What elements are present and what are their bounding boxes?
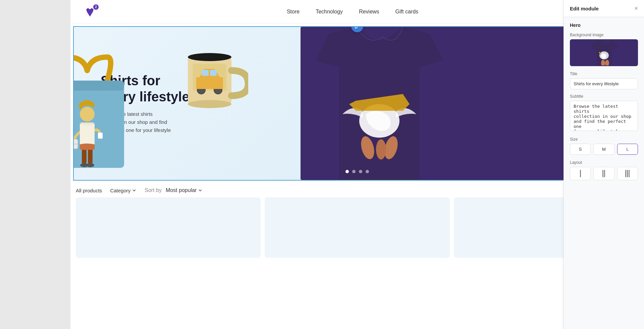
layout-field-label: Layout xyxy=(570,160,638,165)
nav-technology[interactable]: Technology xyxy=(316,9,343,15)
svg-point-8 xyxy=(188,100,231,108)
svg-point-22 xyxy=(86,163,94,167)
subtitle-field-label: Subtitle xyxy=(570,94,638,99)
size-s-button[interactable]: S xyxy=(570,144,591,155)
layout-3-button[interactable] xyxy=(617,167,638,180)
size-l-button[interactable]: L xyxy=(617,144,638,155)
cart-badge: 2 xyxy=(93,4,99,10)
size-buttons: S M L xyxy=(570,144,638,155)
carousel-dot-1[interactable] xyxy=(345,170,349,173)
svg-rect-15 xyxy=(210,70,217,76)
panel-close-button[interactable]: × xyxy=(634,5,638,11)
nav-gift-cards[interactable]: Gift cards xyxy=(395,9,418,15)
edit-panel: Edit module × Hero Background image Titl… xyxy=(564,0,644,329)
header: 2 Store Technology Reviews Gift cards xyxy=(70,0,644,23)
title-field-label: Title xyxy=(570,72,638,76)
size-m-button[interactable]: M xyxy=(593,144,614,155)
logo-area[interactable]: 2 xyxy=(84,6,96,18)
hero-section: Shirts for every lifestyle Browse the la… xyxy=(73,26,641,181)
title-input[interactable] xyxy=(570,78,638,89)
svg-point-9 xyxy=(188,53,231,61)
category-filter[interactable]: Category xyxy=(110,188,137,193)
layout-2-button[interactable] xyxy=(593,167,614,180)
svg-rect-17 xyxy=(73,81,124,91)
panel-body: Hero Background image Title Subtitle B xyxy=(564,17,644,191)
bg-image-preview[interactable] xyxy=(570,39,638,66)
panel-header: Edit module × xyxy=(564,0,644,17)
svg-rect-23 xyxy=(98,133,103,139)
svg-point-6 xyxy=(376,139,386,159)
bg-preview-shirt xyxy=(589,40,619,65)
main-nav: Store Technology Reviews Gift cards xyxy=(287,9,418,15)
product-card-1[interactable] xyxy=(76,197,261,258)
panel-section-label: Hero xyxy=(570,22,638,28)
carousel-dot-4[interactable] xyxy=(366,170,369,173)
sort-by-filter[interactable]: Sort by Most popular xyxy=(145,187,203,193)
all-products-filter[interactable]: All products xyxy=(76,188,102,193)
nav-store[interactable]: Store xyxy=(287,9,300,15)
size-field-label: Size xyxy=(570,137,638,142)
carousel-dots xyxy=(345,170,369,173)
filter-bar: All products Category Sort by Most popul… xyxy=(70,181,644,197)
tote-bag-graphic xyxy=(73,54,134,181)
carousel-dot-2[interactable] xyxy=(352,170,356,173)
svg-point-18 xyxy=(80,107,95,122)
product-grid xyxy=(70,197,644,258)
subtitle-textarea[interactable]: Browse the latest shirts collection in o… xyxy=(570,101,638,131)
carousel-dot-3[interactable] xyxy=(359,170,362,173)
svg-rect-13 xyxy=(196,77,223,89)
product-card-2[interactable] xyxy=(265,197,449,258)
layout-buttons xyxy=(570,167,638,180)
mug-graphic xyxy=(181,40,248,115)
bg-image-label: Background image xyxy=(570,33,638,37)
svg-rect-14 xyxy=(202,70,209,76)
panel-title: Edit module xyxy=(570,6,599,11)
nav-reviews[interactable]: Reviews xyxy=(359,9,379,15)
layout-1-button[interactable] xyxy=(570,167,591,180)
